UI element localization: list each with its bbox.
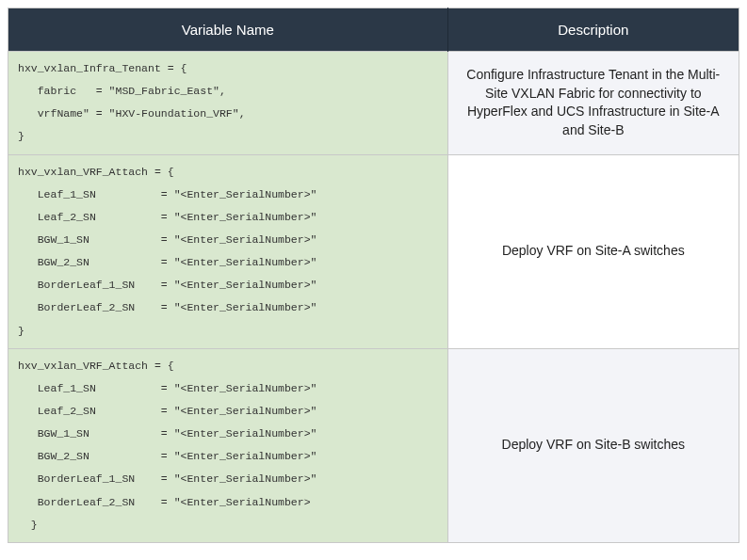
code-block: hxv_vxlan_VRF_Attach = { Leaf_1_SN = "<E…	[8, 154, 448, 348]
header-variable-name: Variable Name	[8, 8, 448, 52]
table-row: hxv_vxlan_VRF_Attach = { Leaf_1_SN = "<E…	[8, 154, 739, 348]
header-description: Description	[447, 8, 739, 52]
description-cell: Deploy VRF on Site-B switches	[447, 348, 739, 542]
table-row: hxv_vxlan_Infra_Tenant = { fabric = "MSD…	[8, 52, 739, 155]
table-row: hxv_vxlan_VRF_Attach = { Leaf_1_SN = "<E…	[8, 348, 739, 542]
code-block: hxv_vxlan_VRF_Attach = { Leaf_1_SN = "<E…	[8, 348, 448, 542]
description-cell: Configure Infrastructure Tenant in the M…	[447, 52, 739, 155]
description-cell: Deploy VRF on Site-A switches	[447, 154, 739, 348]
variable-table: Variable Name Description hxv_vxlan_Infr…	[8, 8, 739, 543]
code-block: hxv_vxlan_Infra_Tenant = { fabric = "MSD…	[8, 52, 448, 155]
